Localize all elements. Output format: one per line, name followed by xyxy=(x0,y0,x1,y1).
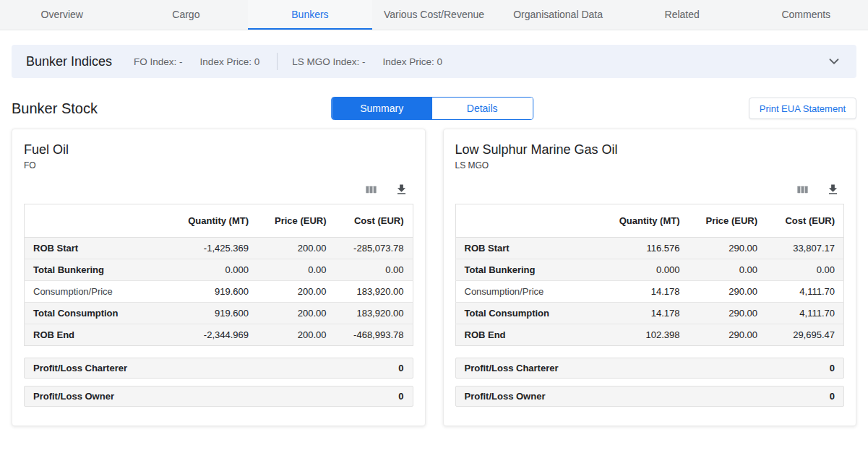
row-quantity: 14.178 xyxy=(580,303,689,324)
row-label: ROB End xyxy=(455,324,580,346)
row-cost: 4,111.70 xyxy=(766,281,844,303)
summary-toggle-button[interactable]: Summary xyxy=(332,98,432,119)
table-header-row: Quantity (MT) Price (EUR) Cost (EUR) xyxy=(455,204,844,238)
view-toggle: Summary Details xyxy=(331,97,533,120)
tab-organisational-data[interactable]: Organisational Data xyxy=(496,0,620,30)
row-price: 290.00 xyxy=(689,303,767,324)
download-icon[interactable] xyxy=(395,182,409,196)
row-label: ROB Start xyxy=(455,238,580,259)
profit-loss-label: Profit/Loss Charterer xyxy=(465,363,559,373)
profit-loss-value: 0 xyxy=(398,363,403,373)
card-toolbar xyxy=(28,182,409,196)
view-columns-icon[interactable] xyxy=(795,182,809,196)
row-label: ROB Start xyxy=(25,238,149,259)
fo-index-price-label: Index Price: 0 xyxy=(200,56,260,67)
download-icon[interactable] xyxy=(825,182,840,196)
chevron-down-icon[interactable] xyxy=(826,53,842,69)
row-quantity: 116.576 xyxy=(580,238,689,259)
fuel-oil-card: Fuel Oil FO Quantity (MT) Price (EUR) Co… xyxy=(12,129,426,426)
table-row-rob-start: ROB Start 116.576 290.00 33,807.17 xyxy=(455,238,844,259)
profit-loss-value: 0 xyxy=(830,363,835,373)
row-cost: 4,111.70 xyxy=(766,303,844,324)
card-subtitle: LS MGO xyxy=(455,160,845,170)
bunker-stock-header: Bunker Stock Summary Details Print EUA S… xyxy=(12,97,856,120)
profit-loss-value: 0 xyxy=(398,391,403,402)
row-cost: 33,807.17 xyxy=(766,238,844,259)
tab-various-cost-revenue[interactable]: Various Cost/Revenue xyxy=(372,0,497,30)
column-header-quantity: Quantity (MT) xyxy=(580,204,689,238)
card-title: Fuel Oil xyxy=(24,142,413,157)
card-toolbar xyxy=(460,182,841,196)
profit-loss-owner-row: Profit/Loss Owner 0 xyxy=(24,386,413,407)
table-row-total-consumption: Total Consumption 919.600 200.00 183,920… xyxy=(25,303,413,324)
row-label: Total Bunkering xyxy=(455,259,580,281)
tab-bunkers[interactable]: Bunkers xyxy=(248,0,372,30)
row-quantity: 14.178 xyxy=(580,281,689,303)
row-price: 290.00 xyxy=(689,238,767,259)
ls-mgo-card: Low Sulphur Marine Gas Oil LS MGO Quanti… xyxy=(443,129,857,426)
bunker-stock-title: Bunker Stock xyxy=(12,100,98,117)
row-label: Consumption/Price xyxy=(455,281,580,303)
row-cost: 183,920.00 xyxy=(335,303,413,324)
row-price: 200.00 xyxy=(257,281,335,303)
table-row-rob-end: ROB End -2,344.969 200.00 -468,993.78 xyxy=(25,324,413,346)
row-cost: 29,695.47 xyxy=(766,324,844,346)
bunker-indices-panel: Bunker Indices FO Index: - Index Price: … xyxy=(12,45,856,78)
profit-loss-charterer-row: Profit/Loss Charterer 0 xyxy=(455,358,845,379)
row-quantity: 102.398 xyxy=(580,324,689,346)
row-price: 0.00 xyxy=(257,259,335,281)
row-cost: 183,920.00 xyxy=(335,281,413,303)
bunker-summary-table: Quantity (MT) Price (EUR) Cost (EUR) ROB… xyxy=(24,204,413,346)
divider xyxy=(277,53,278,70)
tab-cargo[interactable]: Cargo xyxy=(124,0,249,30)
details-toggle-button[interactable]: Details xyxy=(432,98,533,119)
ls-mgo-index-label: LS MGO Index: - xyxy=(292,56,365,67)
row-quantity: -2,344.969 xyxy=(149,324,258,346)
table-row-total-consumption: Total Consumption 14.178 290.00 4,111.70 xyxy=(455,303,844,324)
bunker-summary-table: Quantity (MT) Price (EUR) Cost (EUR) ROB… xyxy=(455,204,845,346)
card-subtitle: FO xyxy=(24,160,413,170)
bunker-indices-title: Bunker Indices xyxy=(26,54,112,69)
tab-bar: Overview Cargo Bunkers Various Cost/Reve… xyxy=(0,0,868,30)
table-row-total-bunkering: Total Bunkering 0.000 0.00 0.00 xyxy=(25,259,413,281)
ls-mgo-index-price-label: Index Price: 0 xyxy=(382,56,442,67)
row-quantity: 0.000 xyxy=(580,259,689,281)
row-label: Consumption/Price xyxy=(25,281,149,303)
tab-comments[interactable]: Comments xyxy=(744,0,868,30)
row-label: Total Bunkering xyxy=(25,259,149,281)
row-quantity: -1,425.369 xyxy=(149,238,258,259)
row-price: 0.00 xyxy=(689,259,767,281)
column-header-empty xyxy=(455,204,580,238)
row-label: Total Consumption xyxy=(455,303,580,324)
table-row-total-bunkering: Total Bunkering 0.000 0.00 0.00 xyxy=(455,259,844,281)
row-price: 200.00 xyxy=(257,324,335,346)
row-price: 290.00 xyxy=(689,281,767,303)
column-header-cost: Cost (EUR) xyxy=(335,204,413,238)
print-eua-statement-button[interactable]: Print EUA Statement xyxy=(749,98,856,119)
tab-overview[interactable]: Overview xyxy=(0,0,124,30)
table-row-rob-end: ROB End 102.398 290.00 29,695.47 xyxy=(455,324,844,346)
row-quantity: 919.600 xyxy=(149,281,258,303)
table-row-rob-start: ROB Start -1,425.369 200.00 -285,073.78 xyxy=(25,238,413,259)
profit-loss-label: Profit/Loss Charterer xyxy=(33,363,127,373)
row-cost: -468,993.78 xyxy=(335,324,413,346)
column-header-cost: Cost (EUR) xyxy=(766,204,844,238)
column-header-price: Price (EUR) xyxy=(257,204,335,238)
bunker-cards: Fuel Oil FO Quantity (MT) Price (EUR) Co… xyxy=(12,129,856,426)
row-cost: 0.00 xyxy=(335,259,413,281)
row-label: Total Consumption xyxy=(25,303,149,324)
row-quantity: 0.000 xyxy=(149,259,258,281)
table-row-consumption-price: Consumption/Price 14.178 290.00 4,111.70 xyxy=(455,281,844,303)
card-title: Low Sulphur Marine Gas Oil xyxy=(455,142,845,157)
profit-loss-label: Profit/Loss Owner xyxy=(465,391,546,402)
table-row-consumption-price: Consumption/Price 919.600 200.00 183,920… xyxy=(25,281,413,303)
view-columns-icon[interactable] xyxy=(364,182,379,196)
fo-index-label: FO Index: - xyxy=(134,56,183,67)
row-label: ROB End xyxy=(25,324,149,346)
row-cost: 0.00 xyxy=(766,259,844,281)
table-header-row: Quantity (MT) Price (EUR) Cost (EUR) xyxy=(25,204,413,238)
tab-related[interactable]: Related xyxy=(620,0,744,30)
column-header-price: Price (EUR) xyxy=(689,204,767,238)
profit-loss-owner-row: Profit/Loss Owner 0 xyxy=(455,386,845,407)
profit-loss-value: 0 xyxy=(830,391,835,402)
